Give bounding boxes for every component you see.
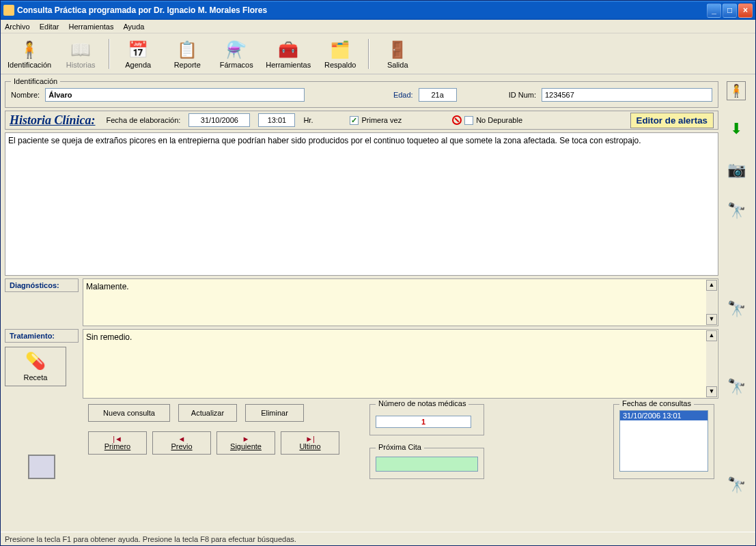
mortar-icon: ⚗️ (225, 39, 247, 61)
diagnosticos-section: Diagnósticos: ▲▼ (5, 278, 718, 326)
identificacion-legend: Identificación (11, 77, 60, 85)
notas-count: 1 (376, 416, 471, 428)
fechas-legend: Fechas de consultas (619, 399, 694, 407)
fecha-input[interactable] (188, 113, 250, 127)
maximize-button[interactable]: □ (723, 3, 737, 18)
book-icon: 📖 (70, 39, 92, 61)
no-depurable-checkbox[interactable]: No Depurable (464, 116, 522, 125)
receta-button[interactable]: 💊 Receta (5, 347, 66, 386)
client-area: Identificación Nombre: Edad: ID Num: His… (1, 74, 755, 532)
side-column: 🧍 ⬇ 📷 🔭 🔭 🔭 🔭 (721, 77, 751, 532)
fecha-label: Fecha de elaboración: (107, 116, 181, 124)
identificacion-box: Identificación Nombre: Edad: ID Num: (5, 77, 718, 108)
fechas-item-selected[interactable]: 31/10/2006 13:01 (620, 411, 708, 420)
binoculars-button-1[interactable]: 🔭 (724, 199, 748, 223)
menu-editar[interactable]: Editar (40, 23, 59, 31)
cita-input[interactable] (376, 457, 478, 472)
notas-box: Número de notas médicas 1 (369, 404, 484, 435)
ultimo-button[interactable]: ►|Ultimo (281, 431, 339, 455)
next-icon: ► (242, 435, 250, 442)
notas-legend: Número de notas médicas (376, 399, 468, 407)
siguiente-button[interactable]: ►Siguiente (216, 431, 275, 455)
binoculars-button-2[interactable]: 🔭 (724, 297, 748, 321)
checkbox-checked-icon: ✓ (350, 116, 359, 125)
window-controls: _ □ × (707, 3, 753, 18)
toolbar-separator (368, 39, 369, 69)
toolbar-herramientas[interactable]: 🧰 Herramientas (262, 35, 315, 73)
editor-alertas-button[interactable]: Editor de alertas (630, 113, 714, 128)
fechas-list[interactable]: 31/10/2006 13:01 (619, 410, 708, 472)
calendar-icon: 📅 (127, 39, 149, 61)
tools-icon: 🧰 (277, 39, 299, 61)
binoculars-button-4[interactable]: 🔭 (724, 473, 748, 498)
checkbox-unchecked-icon (464, 116, 473, 125)
primero-button[interactable]: |◄Primero (88, 431, 147, 455)
nombre-input[interactable] (45, 88, 305, 102)
actualizar-button[interactable]: Actualizar (178, 404, 237, 422)
diagnosticos-label: Diagnósticos: (5, 278, 79, 292)
camera-button[interactable]: 📷 (724, 158, 748, 182)
menu-ayuda[interactable]: Ayuda (123, 23, 144, 31)
prohibit-icon (452, 115, 462, 125)
window-title: Consulta Práctica programada por Dr. Ign… (17, 5, 707, 15)
prev-icon: ◄ (178, 435, 186, 442)
primera-vez-checkbox[interactable]: ✓ Primera vez (350, 116, 402, 125)
cita-box: Próxima Cita (369, 448, 484, 479)
toolbar-agenda[interactable]: 📅 Agenda (114, 35, 162, 73)
scroll-up-icon[interactable]: ▲ (706, 330, 717, 341)
tratamiento-section: Tratamiento: 💊 Receta ▲▼ (5, 329, 718, 399)
camera-icon: 📷 (727, 161, 746, 179)
eliminar-button[interactable]: Eliminar (245, 404, 304, 422)
toolbar-farmacos[interactable]: ⚗️ Fármacos (212, 35, 260, 73)
historia-textarea[interactable] (5, 132, 718, 276)
binoculars-icon: 🔭 (727, 300, 746, 318)
statusbar: Presione la tecla F1 para obtener ayuda.… (1, 532, 755, 545)
toolbar-identificacion[interactable]: 🧍 Identificación (3, 35, 55, 73)
diagnosticos-textarea[interactable] (83, 278, 718, 326)
previo-button[interactable]: ◄Previo (152, 431, 211, 455)
menubar: Archivo Editar Herramientas Ayuda (1, 20, 755, 33)
no-depurable-group: No Depurable (452, 115, 522, 125)
toolbar: 🧍 Identificación 📖 Historias 📅 Agenda 📋 … (1, 33, 755, 74)
exit-icon: 🚪 (387, 39, 408, 61)
close-button[interactable]: × (738, 3, 753, 18)
edad-label: Edad: (393, 91, 413, 99)
scroll-down-icon[interactable]: ▼ (706, 386, 717, 397)
scroll-up-icon[interactable]: ▲ (706, 280, 717, 291)
minimize-button[interactable]: _ (707, 3, 721, 18)
pill-bottle-icon: 💊 (25, 351, 46, 371)
patient-button[interactable]: 🧍 (727, 81, 746, 100)
id-input[interactable] (542, 88, 712, 102)
binoculars-icon: 🔭 (727, 202, 746, 220)
toolbar-salida[interactable]: 🚪 Salida (374, 35, 421, 73)
first-icon: |◄ (113, 435, 122, 442)
arrow-down-icon: ⬇ (730, 120, 742, 138)
binoculars-button-3[interactable]: 🔭 (724, 375, 748, 399)
download-button[interactable]: ⬇ (724, 117, 748, 141)
main-column: Identificación Nombre: Edad: ID Num: His… (5, 77, 718, 532)
status-text: Presione la tecla F1 para obtener ayuda.… (5, 535, 296, 543)
menu-archivo[interactable]: Archivo (5, 23, 30, 31)
toolbar-historias: 📖 Historias (57, 35, 104, 73)
binoculars-icon: 🔭 (727, 378, 746, 396)
edad-input[interactable] (419, 88, 457, 102)
app-icon (3, 5, 14, 16)
person-icon: 🧍 (18, 39, 40, 61)
scrollbar[interactable]: ▲▼ (706, 330, 717, 397)
bottom-area: Nueva consulta Actualizar Eliminar |◄Pri… (5, 401, 718, 483)
binoculars-icon: 🔭 (727, 476, 746, 494)
tratamiento-textarea[interactable] (83, 329, 718, 399)
nombre-label: Nombre: (11, 91, 40, 99)
app-window: Consulta Práctica programada por Dr. Ign… (0, 0, 756, 546)
monitor-button[interactable] (28, 455, 55, 479)
scrollbar[interactable]: ▲▼ (706, 280, 717, 325)
toolbar-reporte[interactable]: 📋 Reporte (163, 35, 211, 73)
hora-input[interactable] (258, 113, 295, 127)
tratamiento-label: Tratamiento: (5, 329, 79, 343)
scroll-down-icon[interactable]: ▼ (706, 314, 717, 325)
toolbar-respaldo[interactable]: 🗂️ Respaldo (316, 35, 364, 73)
last-icon: ►| (305, 435, 315, 442)
menu-herramientas[interactable]: Herramientas (68, 23, 113, 31)
nueva-consulta-button[interactable]: Nueva consulta (88, 404, 170, 422)
titlebar: Consulta Práctica programada por Dr. Ign… (1, 1, 755, 20)
